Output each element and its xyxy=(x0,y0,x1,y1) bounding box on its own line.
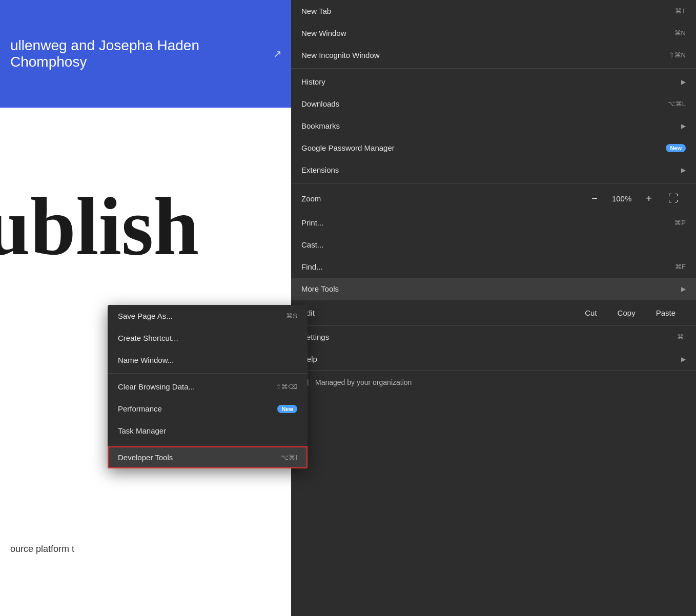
menu-item-print-shortcut: ⌘P xyxy=(674,219,686,227)
submenu-item-create-shortcut[interactable]: Create Shortcut... xyxy=(108,327,308,349)
menu-item-settings-label: Settings xyxy=(301,333,677,341)
cut-button[interactable]: Cut xyxy=(575,305,607,320)
menu-item-bookmarks-label: Bookmarks xyxy=(301,121,676,130)
menu-item-cast-label: Cast... xyxy=(301,240,686,249)
submenu-task-manager-label: Task Manager xyxy=(118,426,297,435)
page-header: ullenweg and Josepha Haden Chomphosy ↗ xyxy=(0,0,292,108)
menu-item-new-window[interactable]: New Window ⌘N xyxy=(291,22,696,44)
edit-label: Edit xyxy=(301,309,575,317)
zoom-plus-button[interactable]: + xyxy=(637,190,661,208)
zoom-row: Zoom − 100% + ⛶ xyxy=(291,186,696,212)
more-tools-arrow-icon: ▶ xyxy=(681,285,686,293)
submenu-item-performance[interactable]: Performance New xyxy=(108,398,308,420)
managed-text: Managed by your organization xyxy=(315,378,412,386)
menu-divider-1 xyxy=(291,68,696,69)
menu-item-find-shortcut: ⌘F xyxy=(675,263,686,271)
menu-item-find[interactable]: Find... ⌘F xyxy=(291,256,696,278)
menu-item-more-tools-label: More Tools xyxy=(301,284,676,293)
menu-item-help[interactable]: Help ▶ xyxy=(291,348,696,370)
external-link-icon: ↗ xyxy=(273,48,282,60)
submenu-item-save-page[interactable]: Save Page As... ⌘S xyxy=(108,305,308,327)
submenu-create-shortcut-label: Create Shortcut... xyxy=(118,334,297,342)
page-large-text: ublish xyxy=(0,179,199,274)
menu-item-extensions-label: Extensions xyxy=(301,166,676,174)
menu-item-history-label: History xyxy=(301,77,676,86)
menu-item-find-label: Find... xyxy=(301,262,675,271)
page-small-text: ource platform t xyxy=(0,544,85,555)
zoom-label: Zoom xyxy=(301,194,582,203)
menu-item-new-incognito[interactable]: New Incognito Window ⇧⌘N xyxy=(291,44,696,66)
submenu-developer-tools-label: Developer Tools xyxy=(118,453,281,462)
performance-badge: New xyxy=(277,405,297,413)
menu-item-new-tab[interactable]: New Tab ⌘T xyxy=(291,0,696,22)
help-arrow-icon: ▶ xyxy=(681,356,686,363)
zoom-controls: − 100% + ⛶ xyxy=(582,190,686,208)
menu-item-help-label: Help xyxy=(301,355,676,363)
submenu-divider-2 xyxy=(108,444,308,444)
bookmarks-arrow-icon: ▶ xyxy=(681,122,686,130)
menu-item-history[interactable]: History ▶ xyxy=(291,71,696,93)
menu-item-new-window-shortcut: ⌘N xyxy=(674,29,686,37)
menu-item-settings[interactable]: Settings ⌘, xyxy=(291,326,696,348)
menu-item-downloads-label: Downloads xyxy=(301,99,668,108)
menu-item-settings-shortcut: ⌘, xyxy=(677,333,686,341)
managed-row: ⊞ Managed by your organization xyxy=(291,370,696,394)
paste-button[interactable]: Paste xyxy=(646,305,686,320)
submenu-developer-tools-shortcut: ⌥⌘I xyxy=(281,454,297,461)
submenu-performance-label: Performance xyxy=(118,404,272,413)
menu-item-new-tab-label: New Tab xyxy=(301,7,675,15)
submenu-clear-browsing-shortcut: ⇧⌘⌫ xyxy=(276,383,297,391)
submenu-save-page-shortcut: ⌘S xyxy=(286,312,297,320)
menu-item-downloads-shortcut: ⌥⌘L xyxy=(668,100,686,108)
copy-button[interactable]: Copy xyxy=(607,305,646,320)
submenu-clear-browsing-label: Clear Browsing Data... xyxy=(118,382,276,391)
edit-row: Edit Cut Copy Paste xyxy=(291,300,696,326)
menu-item-password-manager[interactable]: Google Password Manager New xyxy=(291,137,696,159)
menu-item-more-tools[interactable]: More Tools ▶ xyxy=(291,278,696,300)
submenu-save-page-label: Save Page As... xyxy=(118,312,286,320)
submenu-divider-1 xyxy=(108,373,308,374)
zoom-minus-button[interactable]: − xyxy=(582,190,607,208)
header-text: ullenweg and Josepha Haden Chomphosy xyxy=(10,37,268,70)
menu-item-new-window-label: New Window xyxy=(301,29,674,37)
more-tools-submenu: Save Page As... ⌘S Create Shortcut... Na… xyxy=(108,305,308,468)
chrome-menu: New Tab ⌘T New Window ⌘N New Incognito W… xyxy=(291,0,696,616)
menu-item-cast[interactable]: Cast... xyxy=(291,234,696,256)
menu-item-print-label: Print... xyxy=(301,218,674,227)
submenu-name-window-label: Name Window... xyxy=(118,356,297,364)
submenu-item-clear-browsing[interactable]: Clear Browsing Data... ⇧⌘⌫ xyxy=(108,376,308,398)
extensions-arrow-icon: ▶ xyxy=(681,167,686,174)
submenu-item-developer-tools[interactable]: Developer Tools ⌥⌘I xyxy=(108,446,308,468)
zoom-value: 100% xyxy=(607,194,637,203)
menu-divider-2 xyxy=(291,183,696,183)
menu-item-extensions[interactable]: Extensions ▶ xyxy=(291,159,696,181)
menu-item-downloads[interactable]: Downloads ⌥⌘L xyxy=(291,93,696,115)
zoom-fullscreen-button[interactable]: ⛶ xyxy=(661,190,686,208)
menu-item-password-manager-label: Google Password Manager xyxy=(301,143,661,152)
menu-item-new-incognito-label: New Incognito Window xyxy=(301,51,669,59)
submenu-item-task-manager[interactable]: Task Manager xyxy=(108,420,308,442)
submenu-item-name-window[interactable]: Name Window... xyxy=(108,349,308,371)
page-header-text: ullenweg and Josepha Haden Chomphosy ↗ xyxy=(0,37,292,70)
menu-item-bookmarks[interactable]: Bookmarks ▶ xyxy=(291,115,696,137)
password-manager-badge: New xyxy=(666,144,686,152)
history-arrow-icon: ▶ xyxy=(681,78,686,86)
menu-item-print[interactable]: Print... ⌘P xyxy=(291,212,696,234)
menu-item-new-incognito-shortcut: ⇧⌘N xyxy=(669,51,686,59)
menu-item-new-tab-shortcut: ⌘T xyxy=(675,7,686,15)
